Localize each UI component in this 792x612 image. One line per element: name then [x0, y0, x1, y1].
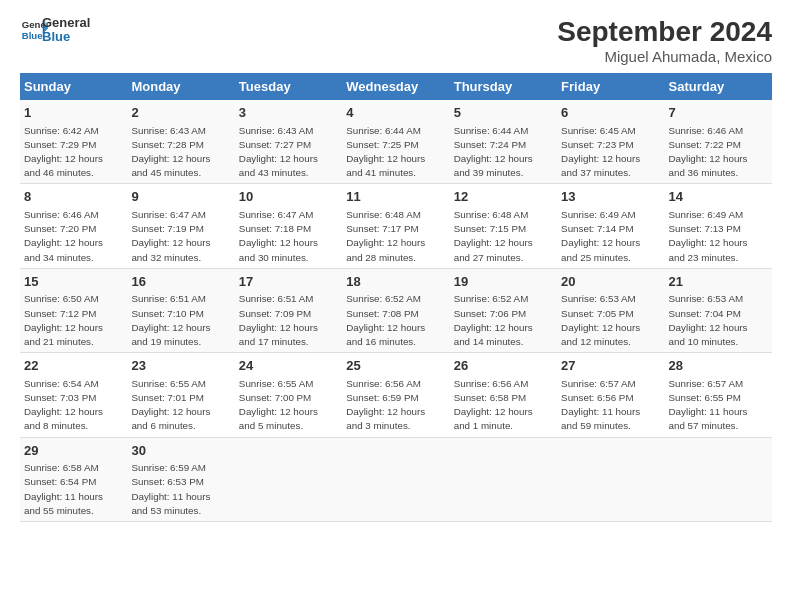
day-info: Sunrise: 6:47 AMSunset: 7:18 PMDaylight:…: [239, 209, 318, 263]
day-info: Sunrise: 6:46 AMSunset: 7:20 PMDaylight:…: [24, 209, 103, 263]
day-number: 11: [346, 188, 445, 206]
week-row-2: 8Sunrise: 6:46 AMSunset: 7:20 PMDaylight…: [20, 184, 772, 268]
day-info: Sunrise: 6:42 AMSunset: 7:29 PMDaylight:…: [24, 125, 103, 179]
day-number: 19: [454, 273, 553, 291]
day-info: Sunrise: 6:56 AMSunset: 6:59 PMDaylight:…: [346, 378, 425, 432]
day-number: 12: [454, 188, 553, 206]
calendar-cell: 6Sunrise: 6:45 AMSunset: 7:23 PMDaylight…: [557, 100, 664, 184]
calendar-cell: [450, 437, 557, 521]
day-number: 14: [669, 188, 768, 206]
calendar-cell: 18Sunrise: 6:52 AMSunset: 7:08 PMDayligh…: [342, 268, 449, 352]
day-info: Sunrise: 6:44 AMSunset: 7:25 PMDaylight:…: [346, 125, 425, 179]
calendar-cell: 10Sunrise: 6:47 AMSunset: 7:18 PMDayligh…: [235, 184, 342, 268]
day-number: 9: [131, 188, 230, 206]
calendar-cell: 3Sunrise: 6:43 AMSunset: 7:27 PMDaylight…: [235, 100, 342, 184]
day-info: Sunrise: 6:48 AMSunset: 7:17 PMDaylight:…: [346, 209, 425, 263]
calendar-cell: [235, 437, 342, 521]
calendar-cell: 16Sunrise: 6:51 AMSunset: 7:10 PMDayligh…: [127, 268, 234, 352]
week-row-1: 1Sunrise: 6:42 AMSunset: 7:29 PMDaylight…: [20, 100, 772, 184]
day-number: 30: [131, 442, 230, 460]
calendar-cell: 14Sunrise: 6:49 AMSunset: 7:13 PMDayligh…: [665, 184, 772, 268]
day-info: Sunrise: 6:54 AMSunset: 7:03 PMDaylight:…: [24, 378, 103, 432]
day-number: 20: [561, 273, 660, 291]
day-number: 17: [239, 273, 338, 291]
day-number: 21: [669, 273, 768, 291]
day-info: Sunrise: 6:56 AMSunset: 6:58 PMDaylight:…: [454, 378, 533, 432]
day-info: Sunrise: 6:43 AMSunset: 7:28 PMDaylight:…: [131, 125, 210, 179]
day-number: 26: [454, 357, 553, 375]
day-info: Sunrise: 6:50 AMSunset: 7:12 PMDaylight:…: [24, 293, 103, 347]
calendar-cell: 17Sunrise: 6:51 AMSunset: 7:09 PMDayligh…: [235, 268, 342, 352]
calendar-cell: 9Sunrise: 6:47 AMSunset: 7:19 PMDaylight…: [127, 184, 234, 268]
col-saturday: Saturday: [665, 73, 772, 100]
day-info: Sunrise: 6:57 AMSunset: 6:56 PMDaylight:…: [561, 378, 640, 432]
day-number: 23: [131, 357, 230, 375]
header-row: Sunday Monday Tuesday Wednesday Thursday…: [20, 73, 772, 100]
calendar-cell: 26Sunrise: 6:56 AMSunset: 6:58 PMDayligh…: [450, 353, 557, 437]
calendar-cell: 12Sunrise: 6:48 AMSunset: 7:15 PMDayligh…: [450, 184, 557, 268]
col-tuesday: Tuesday: [235, 73, 342, 100]
day-info: Sunrise: 6:52 AMSunset: 7:08 PMDaylight:…: [346, 293, 425, 347]
calendar-cell: 7Sunrise: 6:46 AMSunset: 7:22 PMDaylight…: [665, 100, 772, 184]
week-row-3: 15Sunrise: 6:50 AMSunset: 7:12 PMDayligh…: [20, 268, 772, 352]
day-info: Sunrise: 6:53 AMSunset: 7:04 PMDaylight:…: [669, 293, 748, 347]
calendar-cell: 22Sunrise: 6:54 AMSunset: 7:03 PMDayligh…: [20, 353, 127, 437]
calendar-cell: 8Sunrise: 6:46 AMSunset: 7:20 PMDaylight…: [20, 184, 127, 268]
day-info: Sunrise: 6:59 AMSunset: 6:53 PMDaylight:…: [131, 462, 210, 516]
day-number: 18: [346, 273, 445, 291]
svg-text:Blue: Blue: [22, 30, 43, 41]
day-info: Sunrise: 6:48 AMSunset: 7:15 PMDaylight:…: [454, 209, 533, 263]
day-number: 8: [24, 188, 123, 206]
logo: General Blue General Blue: [20, 16, 90, 45]
day-info: Sunrise: 6:55 AMSunset: 7:01 PMDaylight:…: [131, 378, 210, 432]
day-number: 27: [561, 357, 660, 375]
day-number: 22: [24, 357, 123, 375]
logo-blue: Blue: [42, 30, 90, 44]
calendar-cell: 4Sunrise: 6:44 AMSunset: 7:25 PMDaylight…: [342, 100, 449, 184]
col-monday: Monday: [127, 73, 234, 100]
day-number: 10: [239, 188, 338, 206]
day-number: 6: [561, 104, 660, 122]
calendar-cell: 28Sunrise: 6:57 AMSunset: 6:55 PMDayligh…: [665, 353, 772, 437]
calendar-cell: 30Sunrise: 6:59 AMSunset: 6:53 PMDayligh…: [127, 437, 234, 521]
day-number: 25: [346, 357, 445, 375]
day-number: 24: [239, 357, 338, 375]
day-info: Sunrise: 6:49 AMSunset: 7:14 PMDaylight:…: [561, 209, 640, 263]
day-info: Sunrise: 6:55 AMSunset: 7:00 PMDaylight:…: [239, 378, 318, 432]
calendar-cell: 5Sunrise: 6:44 AMSunset: 7:24 PMDaylight…: [450, 100, 557, 184]
col-friday: Friday: [557, 73, 664, 100]
day-info: Sunrise: 6:53 AMSunset: 7:05 PMDaylight:…: [561, 293, 640, 347]
day-number: 29: [24, 442, 123, 460]
day-number: 16: [131, 273, 230, 291]
page-title: September 2024: [557, 16, 772, 48]
day-number: 28: [669, 357, 768, 375]
title-block: September 2024 Miguel Ahumada, Mexico: [557, 16, 772, 65]
day-number: 3: [239, 104, 338, 122]
calendar-cell: 15Sunrise: 6:50 AMSunset: 7:12 PMDayligh…: [20, 268, 127, 352]
calendar-cell: 20Sunrise: 6:53 AMSunset: 7:05 PMDayligh…: [557, 268, 664, 352]
day-info: Sunrise: 6:58 AMSunset: 6:54 PMDaylight:…: [24, 462, 103, 516]
day-number: 2: [131, 104, 230, 122]
col-thursday: Thursday: [450, 73, 557, 100]
day-info: Sunrise: 6:46 AMSunset: 7:22 PMDaylight:…: [669, 125, 748, 179]
day-info: Sunrise: 6:57 AMSunset: 6:55 PMDaylight:…: [669, 378, 748, 432]
calendar-cell: 13Sunrise: 6:49 AMSunset: 7:14 PMDayligh…: [557, 184, 664, 268]
day-info: Sunrise: 6:49 AMSunset: 7:13 PMDaylight:…: [669, 209, 748, 263]
day-info: Sunrise: 6:52 AMSunset: 7:06 PMDaylight:…: [454, 293, 533, 347]
day-number: 4: [346, 104, 445, 122]
calendar-cell: [342, 437, 449, 521]
day-info: Sunrise: 6:51 AMSunset: 7:09 PMDaylight:…: [239, 293, 318, 347]
day-info: Sunrise: 6:45 AMSunset: 7:23 PMDaylight:…: [561, 125, 640, 179]
logo-general: General: [42, 16, 90, 30]
page-subtitle: Miguel Ahumada, Mexico: [557, 48, 772, 65]
day-number: 13: [561, 188, 660, 206]
calendar-cell: 1Sunrise: 6:42 AMSunset: 7:29 PMDaylight…: [20, 100, 127, 184]
calendar-cell: 2Sunrise: 6:43 AMSunset: 7:28 PMDaylight…: [127, 100, 234, 184]
header: General Blue General Blue September 2024…: [20, 16, 772, 65]
calendar-cell: 23Sunrise: 6:55 AMSunset: 7:01 PMDayligh…: [127, 353, 234, 437]
calendar-cell: 11Sunrise: 6:48 AMSunset: 7:17 PMDayligh…: [342, 184, 449, 268]
calendar-cell: [665, 437, 772, 521]
day-info: Sunrise: 6:43 AMSunset: 7:27 PMDaylight:…: [239, 125, 318, 179]
col-sunday: Sunday: [20, 73, 127, 100]
calendar-cell: 19Sunrise: 6:52 AMSunset: 7:06 PMDayligh…: [450, 268, 557, 352]
